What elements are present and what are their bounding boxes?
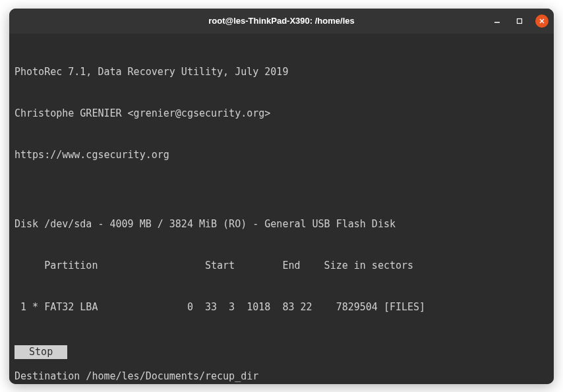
app-header-line: PhotoRec 7.1, Data Recovery Utility, Jul… — [15, 65, 548, 79]
terminal-window: root@les-ThinkPad-X390: /home/les PhotoR — [9, 9, 554, 384]
maximize-button[interactable] — [513, 14, 526, 28]
terminal-body[interactable]: PhotoRec 7.1, Data Recovery Utility, Jul… — [9, 34, 554, 384]
maximize-icon — [516, 18, 523, 24]
svg-rect-1 — [518, 18, 522, 23]
minimize-icon — [494, 18, 500, 24]
minimize-button[interactable] — [490, 14, 504, 28]
close-icon — [539, 18, 545, 24]
partition-row-line: 1 * FAT32 LBA 0 33 3 1018 83 22 7829504 … — [15, 300, 548, 314]
window-controls — [490, 14, 548, 28]
destination-line: Destination /home/les/Documents/recup_di… — [15, 370, 548, 383]
author-line: Christophe GRENIER <grenier@cgsecurity.o… — [15, 107, 548, 121]
stop-button[interactable]: Stop — [15, 345, 67, 359]
titlebar: root@les-ThinkPad-X390: /home/les — [9, 9, 554, 34]
close-button[interactable] — [535, 14, 548, 28]
url-line: https://www.cgsecurity.org — [15, 148, 548, 162]
partition-header-line: Partition Start End Size in sectors — [15, 259, 548, 273]
window-title: root@les-ThinkPad-X390: /home/les — [208, 16, 354, 26]
disk-info-line: Disk /dev/sda - 4009 MB / 3824 MiB (RO) … — [15, 217, 548, 231]
